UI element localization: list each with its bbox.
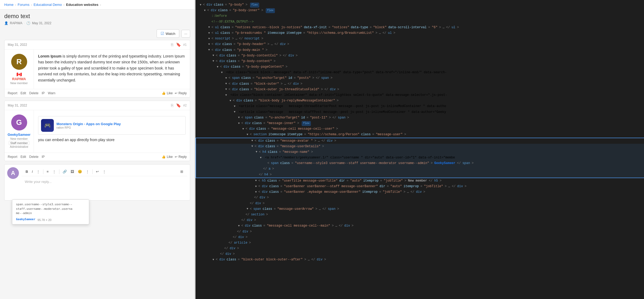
editor-link[interactable]: 🔗	[61, 169, 68, 174]
tree-tri[interactable]	[260, 156, 262, 160]
tree-tri[interactable]	[242, 127, 244, 131]
report-link-1[interactable]: Report	[8, 91, 17, 95]
reply-button-1[interactable]: ↩ Reply	[175, 91, 187, 95]
code-line[interactable]: <!--XF:EXTRA_OUTPUT-->	[195, 19, 644, 25]
code-line[interactable]: <div class="p-body-header">…</div>	[195, 42, 644, 47]
code-line[interactable]: <ul class="notices notices--block js-not…	[195, 25, 644, 30]
meta-user[interactable]: RAPIWA	[10, 21, 22, 25]
share-icon-2[interactable]: ⎘	[171, 103, 173, 108]
username-1[interactable]: RAPIWA	[12, 77, 26, 81]
editor-more-1[interactable]: ⋮	[35, 169, 41, 174]
code-line[interactable]: <article class="message message-staffPos…	[195, 109, 644, 115]
breadcrumb-forums[interactable]: Forums	[18, 3, 29, 7]
breadcrumb-educational-demo[interactable]: Educational Demo	[34, 3, 62, 7]
code-line[interactable]: <div class="userBanner userBanner--staff…	[195, 184, 644, 189]
code-line[interactable]: </div>	[195, 235, 644, 240]
share-icon-1[interactable]: ⎘	[171, 42, 173, 47]
code-line[interactable]: </div>	[195, 201, 644, 206]
code-line[interactable]: <div class="message-inner"> flex	[195, 121, 644, 126]
tree-tri[interactable]	[251, 196, 252, 200]
code-line[interactable]: <span class="u-anchorTarget" id="posts">…	[195, 75, 644, 81]
editor-textarea[interactable]: Write your reply...	[22, 176, 187, 198]
tree-tri[interactable]	[225, 87, 227, 92]
editor-preview[interactable]: ⊞	[179, 169, 185, 174]
code-line[interactable]: <div class="p-body-pageContent">	[195, 64, 644, 70]
tree-tri[interactable]	[238, 121, 240, 126]
editor-more-2[interactable]: ⋮	[84, 169, 91, 174]
code-line[interactable]: <a href="/members/geekysameer.1/" class=…	[195, 155, 644, 161]
code-line[interactable]: </h4>	[195, 172, 644, 178]
code-line[interactable]: </div>	[195, 251, 644, 257]
code-line[interactable]: </a>	[195, 166, 644, 172]
tree-tri[interactable]	[238, 218, 240, 223]
code-line[interactable]: <div class="block-outer js-threadStatusF…	[195, 87, 644, 92]
edit-link-2[interactable]: Edit	[21, 155, 26, 159]
code-line[interactable]: <div class="message-avatar ">…</div>	[195, 138, 644, 144]
code-line[interactable]: <div class="message-userDetails">	[195, 144, 644, 149]
code-line[interactable]: <section itemscope itemtype="https://sch…	[195, 132, 644, 137]
tree-tri[interactable]	[213, 258, 214, 262]
code-line[interactable]: <span class="u-anchorTarget" id="post-11…	[195, 115, 644, 121]
editor-image[interactable]: 🖼	[69, 169, 75, 174]
code-line[interactable]: <div class="block block--messages" data-…	[195, 70, 644, 75]
tree-tri[interactable]	[225, 93, 227, 97]
code-line[interactable]: <div class="message-cell message-cell--m…	[195, 223, 644, 229]
tree-tri[interactable]	[255, 185, 257, 189]
like-button-1[interactable]: 👍 Like	[162, 91, 173, 95]
tree-tri[interactable]	[234, 230, 235, 234]
edit-link-1[interactable]: Edit	[21, 91, 26, 95]
tree-tri[interactable]	[208, 20, 210, 24]
code-line[interactable]: <div class="block-outer block-outer--aft…	[195, 257, 644, 263]
tree-tri[interactable]	[221, 71, 223, 75]
code-line[interactable]: </div>	[195, 218, 644, 223]
code-line[interactable]: <h4 class="message-name">	[195, 149, 644, 155]
code-line[interactable]: <div class="message-cell message-cell--u…	[195, 126, 644, 132]
code-line[interactable]: ::before	[195, 13, 644, 19]
tree-tri[interactable]	[255, 179, 257, 183]
code-line[interactable]: </div>	[195, 195, 644, 200]
tree-tri[interactable]	[208, 25, 210, 30]
bookmark-icon-2[interactable]: 🔖	[176, 103, 181, 108]
tree-tri[interactable]	[225, 241, 227, 245]
tree-tri[interactable]	[230, 235, 231, 239]
tree-tri[interactable]	[213, 54, 214, 58]
tree-tri[interactable]	[256, 150, 257, 154]
code-line[interactable]: <div class="p-body"> flex	[195, 2, 644, 8]
tree-tri[interactable]	[204, 9, 206, 13]
code-line[interactable]: <article class="message message-threadSt…	[195, 104, 644, 109]
editor-bold[interactable]: B	[24, 169, 29, 174]
code-line[interactable]: <div class="userBanner .mybadge message-…	[195, 189, 644, 195]
tree-tri[interactable]	[234, 104, 235, 109]
report-link-2[interactable]: Report	[8, 155, 17, 159]
tree-tri[interactable]	[238, 116, 240, 120]
editor-opts[interactable]: ⋮	[101, 169, 107, 174]
tree-tri[interactable]	[251, 144, 253, 149]
tree-tri[interactable]	[230, 99, 231, 103]
tree-tri[interactable]	[242, 213, 244, 217]
app-title[interactable]: Monsters Origin - Apps on Google Play	[56, 122, 183, 126]
code-line[interactable]: <span class="message-userArrow">…</span>	[195, 206, 644, 212]
code-line[interactable]: </section>	[195, 212, 644, 218]
tree-tri[interactable]	[256, 173, 257, 177]
reply-button-2[interactable]: ↩ Reply	[175, 155, 187, 159]
code-line[interactable]: <div class="block-body js-replyNewMessag…	[195, 98, 644, 104]
tree-tri[interactable]	[225, 82, 227, 86]
tree-tri[interactable]	[208, 14, 210, 18]
editor-undo[interactable]: ↩	[95, 169, 100, 174]
tree-tri[interactable]	[260, 167, 262, 171]
tree-tri[interactable]	[247, 133, 248, 137]
ip-link-2[interactable]: IP	[42, 155, 44, 159]
tree-tri[interactable]	[213, 59, 214, 63]
bookmark-icon-1[interactable]: 🔖	[176, 42, 181, 47]
tree-tri[interactable]	[247, 201, 248, 206]
delete-link-1[interactable]: Delete	[29, 91, 39, 95]
tree-tri[interactable]	[208, 48, 210, 52]
warn-link-1[interactable]: Warn	[48, 91, 55, 95]
tree-tri[interactable]	[208, 31, 210, 35]
more-button[interactable]: ···	[181, 30, 190, 38]
username-2[interactable]: GeekySameer	[7, 133, 30, 137]
code-line[interactable]: <div class="p-body-content">	[195, 59, 644, 64]
tree-tri[interactable]	[238, 224, 240, 228]
code-line[interactable]: <span class="username--style3 username--…	[195, 161, 644, 166]
code-line[interactable]: </div>	[195, 229, 644, 235]
